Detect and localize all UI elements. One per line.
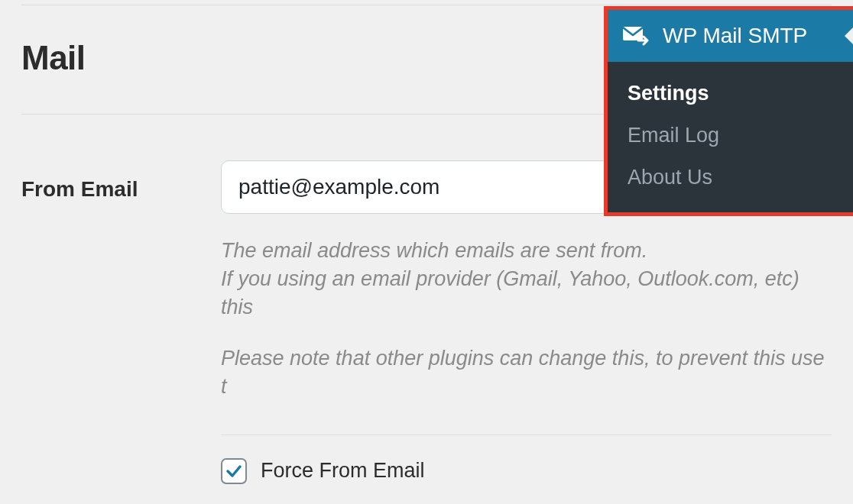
- wp-mail-smtp-menu-title: WP Mail SMTP: [663, 24, 807, 48]
- from-email-help-line2: If you using an email provider (Gmail, Y…: [221, 267, 799, 318]
- wp-mail-smtp-flyout: WP Mail SMTP Settings Email Log About Us: [604, 6, 853, 216]
- submenu-item-about-us[interactable]: About Us: [608, 157, 853, 199]
- force-from-email-checkbox[interactable]: [221, 458, 247, 484]
- top-divider: [21, 5, 832, 5]
- mail-smtp-icon: [621, 22, 649, 50]
- from-email-help-line1: The email address which emails are sent …: [221, 239, 647, 262]
- from-email-label: From Email: [21, 160, 221, 504]
- from-email-help-line3: Please note that other plugins can chang…: [221, 347, 825, 398]
- checkmark-icon: [225, 462, 243, 480]
- flyout-notch-icon: [845, 27, 853, 45]
- wp-mail-smtp-submenu: Settings Email Log About Us: [608, 62, 853, 212]
- help-divider: [221, 435, 832, 435]
- wp-mail-smtp-menu-header[interactable]: WP Mail SMTP: [608, 10, 853, 62]
- submenu-item-settings[interactable]: Settings: [608, 73, 853, 115]
- force-from-email-label: Force From Email: [261, 459, 425, 483]
- submenu-item-email-log[interactable]: Email Log: [608, 115, 853, 157]
